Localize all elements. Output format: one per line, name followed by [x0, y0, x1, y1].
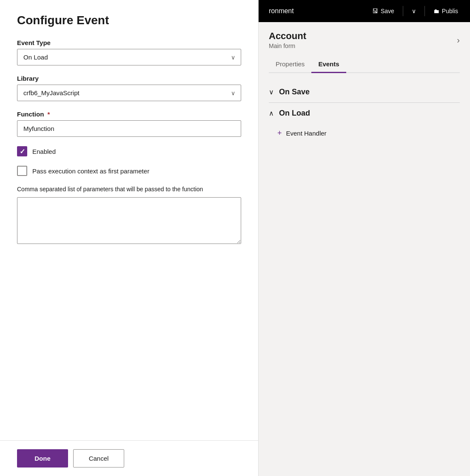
- on-save-row[interactable]: ∨ On Save: [269, 82, 460, 102]
- event-type-label: Event Type: [17, 39, 241, 46]
- function-input[interactable]: [17, 120, 241, 137]
- topbar-title: ronment: [265, 7, 294, 15]
- pass-context-label: Pass execution context as first paramete…: [32, 167, 149, 175]
- toolbar-divider-2: [424, 6, 425, 16]
- top-bar: ronment 🖫 Save ∨ 🖿 Publis: [259, 0, 470, 22]
- tab-properties[interactable]: Properties: [269, 56, 311, 73]
- library-group: Library crfb6_MyJavaScript ∨: [17, 75, 241, 101]
- publish-icon: 🖿: [433, 8, 439, 14]
- library-select[interactable]: crfb6_MyJavaScript: [17, 85, 241, 101]
- enabled-checkbox-wrapper[interactable]: ✓ Enabled: [17, 146, 56, 156]
- tabs-bar: Properties Events: [269, 56, 460, 73]
- save-button[interactable]: 🖫 Save: [367, 5, 399, 17]
- content-area: Account Main form › Properties Events ∨ …: [259, 22, 470, 476]
- add-handler-row[interactable]: + Event Handler: [269, 124, 460, 143]
- add-handler-label: Event Handler: [286, 130, 327, 137]
- cancel-button[interactable]: Cancel: [73, 449, 124, 468]
- save-icon: 🖫: [372, 8, 378, 14]
- chevron-down-icon: ∨: [412, 8, 416, 14]
- entity-info: Account Main form: [269, 31, 306, 49]
- on-load-section: ∧ On Load + Event Handler: [269, 103, 460, 143]
- entity-subname: Main form: [269, 42, 306, 49]
- pass-context-checkbox[interactable]: [17, 166, 27, 176]
- event-type-group: Event Type On LoadOn SaveOn Change ∨: [17, 39, 241, 65]
- done-button[interactable]: Done: [17, 449, 68, 468]
- dialog-title: Configure Event: [17, 14, 241, 27]
- params-description: Comma separated list of parameters that …: [17, 185, 241, 194]
- enabled-group: ✓ Enabled: [17, 146, 241, 156]
- on-save-title: On Save: [279, 88, 310, 96]
- dialog-footer: Done Cancel: [0, 440, 258, 476]
- entity-name: Account: [269, 31, 306, 42]
- library-label: Library: [17, 75, 241, 82]
- library-select-wrapper: crfb6_MyJavaScript ∨: [17, 85, 241, 101]
- required-marker: *: [48, 110, 50, 118]
- enabled-checkbox[interactable]: ✓: [17, 146, 27, 156]
- add-icon: +: [277, 129, 282, 138]
- on-save-chevron-icon: ∨: [269, 88, 274, 96]
- entity-header: Account Main form ›: [269, 31, 460, 49]
- on-load-title: On Load: [279, 109, 310, 118]
- enabled-label: Enabled: [32, 148, 56, 155]
- configure-event-dialog: Configure Event Event Type On LoadOn Sav…: [0, 0, 259, 476]
- pass-context-group: Pass execution context as first paramete…: [17, 166, 241, 176]
- checkmark-icon: ✓: [20, 147, 25, 156]
- pass-context-checkbox-wrapper[interactable]: Pass execution context as first paramete…: [17, 166, 149, 176]
- on-save-section: ∨ On Save: [269, 82, 460, 103]
- right-panel: ronment 🖫 Save ∨ 🖿 Publis Account Main f…: [259, 0, 470, 476]
- params-textarea[interactable]: [17, 197, 241, 244]
- dialog-content: Configure Event Event Type On LoadOn Sav…: [0, 0, 258, 440]
- params-group: Comma separated list of parameters that …: [17, 185, 241, 246]
- function-group: Function *: [17, 110, 241, 137]
- publish-button[interactable]: 🖿 Publis: [428, 5, 463, 17]
- dropdown-button[interactable]: ∨: [407, 5, 421, 17]
- function-label: Function *: [17, 110, 241, 118]
- on-load-chevron-icon: ∧: [269, 109, 274, 117]
- entity-expand-icon[interactable]: ›: [457, 35, 460, 45]
- on-load-row[interactable]: ∧ On Load: [269, 103, 460, 124]
- event-type-select-wrapper: On LoadOn SaveOn Change ∨: [17, 49, 241, 65]
- toolbar-divider: [403, 6, 403, 16]
- event-type-select[interactable]: On LoadOn SaveOn Change: [17, 49, 241, 65]
- tab-events[interactable]: Events: [311, 56, 346, 73]
